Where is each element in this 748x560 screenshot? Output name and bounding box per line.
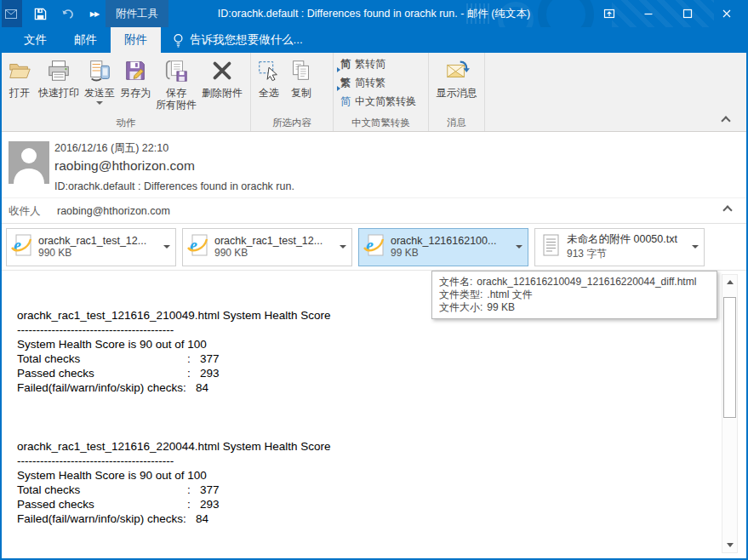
tooltip-filename-label: 文件名: — [439, 276, 472, 288]
maximize-icon — [682, 8, 694, 20]
maximize-button[interactable] — [668, 0, 707, 27]
tooltip-filename-row: 文件名:orachk_121616210049_121616220044_dif… — [439, 276, 710, 289]
score-line: System Health Score is 90 out of 100 — [17, 337, 746, 351]
trad-to-simp-label: 繁转简 — [355, 57, 385, 71]
save-button[interactable] — [32, 6, 48, 21]
open-folder-icon — [6, 57, 33, 84]
attachment-name: orachk_rac1_test_12... — [38, 235, 158, 247]
stat-line: Total checks: 377 — [17, 351, 746, 366]
tab-attachment[interactable]: 附件 — [111, 27, 161, 53]
stat-line: Passed checks: 293 — [17, 366, 746, 380]
stat-line: Passed checks: 293 — [17, 497, 746, 511]
ribbon-tab-row: 文件 邮件 附件 告诉我您想要做什么... — [0, 27, 748, 53]
lightbulb-icon — [173, 33, 184, 48]
group-label-chinese-conversion: 中文简繁转换 — [334, 117, 428, 129]
trad-to-simp-button[interactable]: 简 繁转简 — [335, 54, 391, 73]
quick-print-button[interactable]: 快速打印 — [36, 55, 82, 117]
more-icon: ▶▶ — [90, 10, 99, 18]
score-line: System Health Score is 90 out of 100 — [17, 468, 746, 483]
collapse-header-button[interactable] — [724, 207, 731, 214]
scroll-down-button[interactable] — [722, 538, 737, 552]
chinese-conversion-label: 中文简繁转换 — [355, 94, 416, 109]
chevron-up-icon — [722, 205, 732, 214]
titlebar-decoration — [498, 2, 534, 27]
tab-file[interactable]: 文件 — [10, 27, 60, 53]
attachment-size: 990 KB — [214, 247, 334, 259]
tell-me-label: 告诉我您想要做什么... — [190, 32, 303, 48]
send-to-dropdown-arrow[interactable] — [96, 101, 103, 105]
attachment-name: orachk_rac1_test_12... — [214, 235, 334, 247]
section-divider: ----------------------------------------… — [17, 323, 746, 337]
attachment-card-2[interactable]: e orachk_rac1_test_12... 990 KB — [182, 228, 352, 266]
chevron-up-icon — [721, 116, 730, 125]
attachment-name: orachk_1216162100... — [391, 235, 511, 247]
mail-icon — [5, 9, 17, 19]
undo-button[interactable] — [60, 6, 75, 21]
recipient-row: 收件人 raobing@hthorizon.com — [2, 197, 746, 219]
message-sender[interactable]: raobing@hthorizon.com — [54, 158, 195, 174]
attachment-card-1[interactable]: e orachk_rac1_test_12... 990 KB — [6, 228, 176, 266]
message-date: 2016/12/16 (周五) 22:10 — [54, 141, 168, 156]
save-all-attachments-button[interactable]: 保存 所有附件 — [153, 55, 199, 117]
close-icon — [721, 8, 733, 20]
save-as-icon — [122, 57, 149, 84]
arrow-up-icon — [727, 280, 734, 284]
show-message-button[interactable]: 显示消息 — [434, 55, 480, 117]
contextual-tab-header: 附件工具 — [106, 0, 168, 27]
scroll-up-button[interactable] — [722, 275, 737, 289]
ribbon-empty-space — [485, 53, 746, 131]
scrollbar-thumb[interactable] — [723, 297, 736, 418]
titlebar-decoration — [538, 0, 594, 27]
send-to-devices-icon — [86, 57, 113, 84]
text-file-icon — [540, 234, 562, 260]
attachment-dropdown-button[interactable] — [511, 229, 528, 266]
ie-html-file-icon: e — [187, 234, 209, 260]
collapse-ribbon-button[interactable] — [722, 117, 733, 128]
tooltip-filetype-label: 文件类型: — [439, 289, 482, 300]
arrow-down-icon — [727, 543, 734, 547]
ribbon-display-options-icon — [602, 7, 616, 20]
quick-access-toolbar: ▶▶ — [26, 0, 102, 27]
tell-me-box[interactable]: 告诉我您想要做什么... — [161, 27, 315, 53]
to-address[interactable]: raobing@hthorizon.com — [57, 205, 170, 217]
copy-button[interactable]: 复制 — [285, 55, 317, 117]
stat-line: Failed(fail/warn/info/skip) checks: 84 — [17, 511, 746, 526]
open-button[interactable]: 打开 — [3, 55, 36, 117]
send-to-button[interactable]: 发送至 — [82, 55, 117, 117]
attachment-dropdown-button[interactable] — [334, 229, 351, 266]
tooltip-filesize: 99 KB — [487, 301, 515, 313]
chinese-conversion-button[interactable]: 简 中文简繁转换 — [335, 92, 421, 111]
vertical-scrollbar[interactable] — [722, 274, 738, 553]
save-as-button[interactable]: 另存为 — [117, 55, 153, 117]
remove-attachment-button[interactable]: 删除附件 — [199, 55, 245, 117]
tooltip-filename: orachk_121616210049_121616220044_diff.ht… — [477, 276, 696, 288]
attachment-name: 未命名的附件 00050.txt — [567, 232, 687, 247]
jian-char-icon: 简 — [340, 57, 351, 71]
ribbon-display-options-button[interactable] — [590, 0, 629, 27]
attachment-card-4[interactable]: 未命名的附件 00050.txt 913 字节 — [534, 228, 705, 266]
select-all-button[interactable]: 全选 — [253, 55, 285, 117]
avatar[interactable] — [9, 141, 49, 184]
ribbon-group-actions: 打开 快速打印 — [2, 53, 251, 131]
attachment-dropdown-button[interactable] — [687, 229, 704, 266]
app-icon[interactable] — [0, 0, 22, 27]
group-label-selection: 所选内容 — [251, 117, 333, 129]
tab-mail[interactable]: 邮件 — [60, 27, 111, 53]
ribbon: 打开 快速打印 — [2, 53, 746, 132]
copy-icon — [288, 57, 315, 84]
group-label-actions: 动作 — [2, 117, 250, 129]
tooltip-filetype-row: 文件类型:.html 文件 — [439, 289, 710, 301]
minimize-button[interactable] — [629, 0, 668, 27]
attachment-dropdown-button[interactable] — [158, 229, 175, 266]
ie-html-file-icon: e — [363, 234, 385, 260]
message-header: 2016/12/16 (周五) 22:10 raobing@hthorizon.… — [2, 132, 746, 224]
ribbon-group-message: 显示消息 消息 — [429, 53, 485, 131]
section-title: orachk_rac1_test_121616_220044.html Syst… — [17, 439, 746, 454]
select-all-icon — [255, 57, 283, 84]
close-button[interactable] — [707, 0, 746, 27]
customize-qat-button[interactable]: ▶▶ — [87, 6, 102, 21]
save-icon — [34, 8, 47, 20]
simp-to-trad-button[interactable]: 繁 简转繁 — [335, 73, 391, 92]
attachment-card-3-selected[interactable]: e orachk_1216162100... 99 KB — [358, 228, 528, 266]
svg-text:e: e — [190, 236, 197, 254]
